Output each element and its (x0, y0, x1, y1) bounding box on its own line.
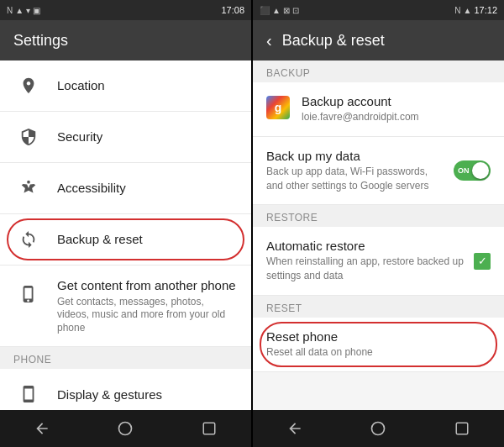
get-content-subtitle: Get contacts, messages, photos, videos, … (57, 296, 238, 335)
automatic-restore-title: Automatic restore (266, 239, 467, 253)
backup-reset-title: Backup & reset (57, 231, 238, 248)
phone-section-label: PHONE (0, 347, 251, 369)
sidebar-item-backup-reset[interactable]: Backup & reset (0, 214, 251, 266)
left-nav-bar (0, 410, 251, 447)
left-back-button[interactable] (25, 412, 59, 445)
location-text: Location (57, 77, 238, 94)
checkmark-icon: ✓ (478, 255, 487, 267)
reset-phone-sub: Reset all data on phone (266, 345, 491, 360)
backup-account-sub: loie.favre@androidpit.com (302, 110, 491, 124)
svg-point-0 (27, 181, 30, 184)
left-header: Settings (0, 20, 251, 60)
right-header-title: Backup & reset (282, 32, 385, 50)
display-icon (13, 379, 44, 409)
right-back-icon[interactable]: ‹ (266, 31, 272, 50)
google-logo: g (266, 96, 290, 119)
sidebar-item-security[interactable]: Security (0, 112, 251, 163)
get-content-icon (13, 279, 44, 309)
network-icon: N (7, 6, 13, 15)
left-status-icons: N ▲ ▾ ▣ (7, 6, 40, 15)
svg-rect-2 (203, 423, 215, 434)
right-header: ‹ Backup & reset (253, 20, 504, 60)
security-text: Security (57, 129, 238, 145)
automatic-restore-control: ✓ (474, 253, 491, 270)
battery-icon: ▣ (33, 6, 40, 15)
sidebar-item-display[interactable]: Display & gestures (0, 369, 251, 410)
backup-reset-icon (13, 224, 44, 255)
sidebar-item-accessibility[interactable]: Accessibility (0, 163, 251, 214)
right-status-icons-right: N ▲ 17:12 (454, 5, 497, 15)
right-panel: ⬛ ▲ ⊠ ⊡ N ▲ 17:12 ‹ Backup & reset BACKU… (253, 0, 504, 447)
backup-toggle-on-label: ON (458, 166, 470, 175)
restore-section-label: RESTORE (253, 205, 504, 227)
automatic-restore-text: Automatic restore When reinstalling an a… (266, 239, 467, 283)
svg-rect-4 (456, 423, 468, 434)
right-home-button[interactable] (361, 412, 395, 445)
accessibility-icon (13, 173, 44, 203)
left-header-title: Settings (13, 32, 68, 50)
left-recents-button[interactable] (192, 412, 226, 445)
right-status-bar: ⬛ ▲ ⊠ ⊡ N ▲ 17:12 (253, 0, 504, 20)
backup-account-item[interactable]: g Backup account loie.favre@androidpit.c… (253, 82, 504, 137)
get-content-title: Get content from another phone (57, 277, 238, 294)
right-nav-bar (253, 410, 504, 447)
backup-data-toggle[interactable]: ON (454, 160, 491, 181)
display-text: Display & gestures (57, 387, 238, 403)
left-status-time: 17:08 (221, 5, 244, 15)
reset-section-label: RESET (253, 296, 504, 318)
phone-settings-list: Display & gestures BoomSound BoomSound c… (0, 369, 251, 410)
backup-data-sub: Back up app data, Wi-Fi passwords, and o… (266, 165, 447, 193)
backup-data-title: Back up my data (266, 149, 447, 163)
right-back-button[interactable] (278, 412, 312, 445)
accessibility-text: Accessibility (57, 180, 238, 197)
right-signal-icon: ▲ (464, 6, 472, 15)
backup-account-text: Backup account loie.favre@androidpit.com (302, 94, 491, 124)
right-icon4: ⊡ (292, 6, 299, 15)
wifi-icon: ▾ (26, 6, 30, 15)
right-content: BACKUP g Backup account loie.favre@andro… (253, 60, 504, 410)
time-display: 17:08 (221, 5, 244, 15)
security-title: Security (57, 129, 238, 145)
signal-icon: ▲ (15, 6, 24, 15)
right-icon1: ⬛ (260, 6, 270, 15)
backup-toggle-knob (472, 162, 489, 179)
right-icon2: ▲ (272, 6, 281, 15)
right-icon3: ⊠ (283, 6, 290, 15)
right-recents-button[interactable] (445, 412, 479, 445)
left-home-button[interactable] (108, 412, 142, 445)
security-icon (13, 122, 44, 152)
display-title: Display & gestures (57, 387, 238, 403)
backup-data-item[interactable]: Back up my data Back up app data, Wi-Fi … (253, 137, 504, 206)
left-panel: N ▲ ▾ ▣ 17:08 Settings Location (0, 0, 251, 447)
left-status-bar: N ▲ ▾ ▣ 17:08 (0, 0, 251, 20)
automatic-restore-item[interactable]: Automatic restore When reinstalling an a… (253, 227, 504, 296)
backup-account-title: Backup account (302, 94, 491, 108)
svg-point-3 (372, 423, 385, 435)
right-network-icon: N (454, 6, 460, 15)
get-content-text: Get content from another phone Get conta… (57, 277, 238, 334)
automatic-restore-sub: When reinstalling an app, restore backed… (266, 255, 467, 283)
sidebar-item-get-content[interactable]: Get content from another phone Get conta… (0, 266, 251, 347)
google-icon: g (266, 96, 290, 119)
svg-point-1 (119, 423, 132, 435)
right-time-display: 17:12 (474, 5, 497, 15)
automatic-restore-checkbox[interactable]: ✓ (474, 253, 491, 270)
right-status-icons-left: ⬛ ▲ ⊠ ⊡ (260, 6, 299, 15)
backup-data-toggle-container: ON (454, 160, 491, 181)
reset-phone-item[interactable]: Reset phone Reset all data on phone (253, 318, 504, 372)
location-icon (13, 71, 44, 101)
sidebar-item-location[interactable]: Location (0, 60, 251, 112)
reset-phone-text: Reset phone Reset all data on phone (266, 329, 491, 360)
reset-phone-title: Reset phone (266, 329, 491, 344)
left-content: Location Security Accessibility (0, 60, 251, 410)
settings-list: Location Security Accessibility (0, 60, 251, 347)
backup-reset-text: Backup & reset (57, 231, 238, 248)
accessibility-title: Accessibility (57, 180, 238, 197)
location-title: Location (57, 77, 238, 94)
backup-data-text: Back up my data Back up app data, Wi-Fi … (266, 149, 447, 193)
backup-section-label: BACKUP (253, 60, 504, 82)
